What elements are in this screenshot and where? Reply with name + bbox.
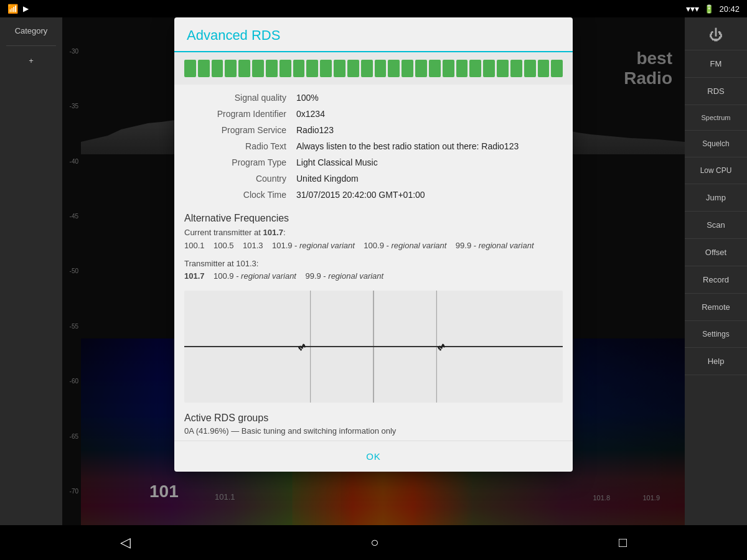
signal-quality-bar-container — [174, 52, 573, 85]
alt-freq-current-list: 100.1 100.5 101.3 101.9 - regional varia… — [184, 240, 563, 253]
advanced-rds-dialog: Advanced RDS — [174, 17, 573, 472]
status-time: 20:42 — [719, 4, 740, 14]
svg-point-14 — [303, 344, 304, 346]
program-id-value: 0x1234 — [296, 109, 325, 119]
add-button[interactable]: + — [3, 54, 59, 68]
signal-seg-19 — [429, 60, 441, 77]
program-type-label: Program Type — [184, 157, 296, 167]
program-type-value: Light Classical Music — [296, 157, 378, 167]
dialog-header: Advanced RDS — [174, 17, 573, 52]
signal-seg-28 — [551, 60, 563, 77]
signal-seg-15 — [375, 60, 387, 77]
dialog-footer: OK — [174, 441, 573, 472]
lowcpu-button[interactable]: Low CPU — [685, 157, 747, 184]
squelch-button[interactable]: Squelch — [685, 131, 747, 157]
clock-time-value: 31/07/2015 20:42:00 GMT+01:00 — [296, 190, 425, 200]
constellation-diagram — [184, 291, 563, 403]
signal-seg-21 — [456, 60, 468, 77]
signal-seg-20 — [443, 60, 454, 77]
signal-seg-12 — [334, 60, 345, 77]
current-transmitter-freq: 101.7 — [263, 228, 283, 237]
wifi-icon: 📶 — [7, 4, 18, 14]
power-button[interactable]: ⏻ — [685, 21, 747, 50]
signal-seg-23 — [483, 60, 495, 77]
program-id-label: Program Identifier — [184, 109, 296, 119]
radio-text-label: Radio Text — [184, 141, 296, 151]
spectrum-button[interactable]: Spectrum — [685, 105, 747, 131]
country-value: United Kingdom — [296, 174, 359, 184]
signal-quality-label: Signal quality — [184, 93, 296, 103]
offset-button[interactable]: Offset — [685, 239, 747, 266]
home-button[interactable]: ○ — [370, 534, 378, 551]
signal-seg-13 — [347, 60, 359, 77]
svg-point-13 — [301, 347, 303, 349]
signal-seg-26 — [524, 60, 536, 77]
active-rds-section: Active RDS groups 0A (41.96%) — Basic tu… — [174, 408, 573, 441]
signal-seg-1 — [184, 60, 196, 77]
wifi-filled-icon: ▾▾▾ — [686, 4, 699, 14]
signal-seg-24 — [497, 60, 509, 77]
signal-seg-7 — [266, 60, 278, 77]
program-service-label: Program Service — [184, 125, 296, 135]
signal-seg-16 — [388, 60, 400, 77]
signal-quality-value: 100% — [296, 93, 319, 103]
signal-segments — [184, 60, 563, 77]
signal-seg-9 — [293, 60, 305, 77]
back-button[interactable]: ◁ — [120, 534, 131, 551]
signal-seg-10 — [306, 60, 318, 77]
program-service-row: Program Service Radio123 — [184, 122, 563, 138]
svg-point-21 — [439, 349, 441, 351]
status-bar: 📶 ▶ ▾▾▾ 🔋 20:42 — [0, 0, 747, 17]
settings-button[interactable]: Settings — [685, 321, 747, 348]
signal-seg-17 — [402, 60, 413, 77]
recent-button[interactable]: □ — [619, 534, 627, 551]
svg-point-16 — [304, 346, 306, 348]
signal-seg-27 — [538, 60, 550, 77]
fm-button[interactable]: FM — [685, 50, 747, 78]
rds-button[interactable]: RDS — [685, 78, 747, 105]
jump-button[interactable]: Jump — [685, 184, 747, 212]
signal-seg-5 — [238, 60, 250, 77]
clock-time-row: Clock Time 31/07/2015 20:42:00 GMT+01:00 — [184, 187, 563, 203]
svg-point-15 — [298, 347, 300, 348]
play-icon: ▶ — [23, 4, 29, 13]
signal-seg-4 — [225, 60, 237, 77]
remote-button[interactable]: Remote — [685, 294, 747, 321]
svg-point-25 — [438, 347, 439, 348]
signal-seg-3 — [212, 60, 223, 77]
clock-time-label: Clock Time — [184, 190, 296, 200]
signal-seg-22 — [469, 60, 481, 77]
rds-info-table: Signal quality 100% Program Identifier 0… — [174, 85, 573, 208]
category-button[interactable]: Category — [3, 24, 59, 38]
record-button[interactable]: Record — [685, 266, 747, 294]
alt-freq-transmitter-list: 101.7 100.9 - regional variant 99.9 - re… — [184, 270, 563, 283]
signal-seg-11 — [320, 60, 332, 77]
alt-freq-title: Alternative Frequencies — [184, 213, 563, 224]
signal-seg-18 — [415, 60, 427, 77]
program-type-row: Program Type Light Classical Music — [184, 154, 563, 170]
alt-freq-current-transmitter: Current transmitter at 101.7: — [184, 226, 563, 240]
svg-point-26 — [443, 346, 445, 348]
active-rds-title: Active RDS groups — [184, 413, 563, 424]
signal-quality-row: Signal quality 100% — [184, 90, 563, 106]
sidebar-divider — [6, 45, 56, 46]
right-sidebar: ⏻ FM RDS Spectrum Squelch Low CPU Jump S… — [685, 17, 747, 525]
help-button[interactable]: Help — [685, 348, 747, 375]
battery-icon: 🔋 — [704, 4, 714, 14]
radio-text-value: Always listen to the best radio station … — [296, 141, 519, 151]
svg-point-23 — [441, 347, 443, 349]
active-rds-text: 0A (41.96%) — Basic tuning and switching… — [184, 426, 563, 436]
scan-button[interactable]: Scan — [685, 212, 747, 239]
program-id-row: Program Identifier 0x1234 — [184, 106, 563, 122]
left-sidebar: Category + — [0, 17, 62, 525]
dialog-title: Advanced RDS — [187, 27, 280, 43]
program-service-value: Radio123 — [296, 125, 334, 135]
ok-button[interactable]: OK — [356, 449, 391, 464]
signal-seg-6 — [252, 60, 264, 77]
signal-seg-14 — [361, 60, 373, 77]
svg-point-11 — [300, 349, 302, 351]
signal-seg-25 — [510, 60, 522, 77]
signal-seg-8 — [280, 60, 291, 77]
radio-text-row: Radio Text Always listen to the best rad… — [184, 138, 563, 154]
country-label: Country — [184, 174, 296, 184]
